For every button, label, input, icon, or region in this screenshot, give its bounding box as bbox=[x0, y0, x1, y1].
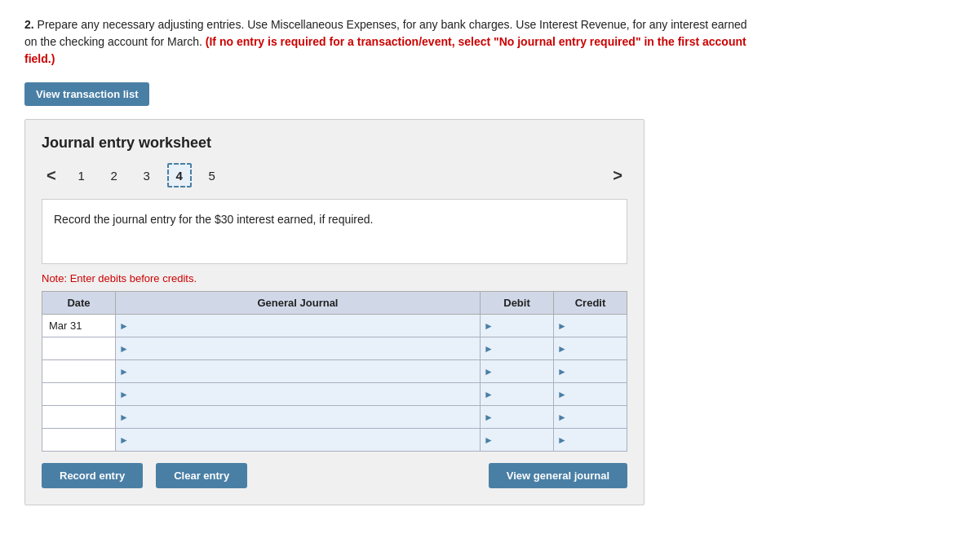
debit-arrow-5: ► bbox=[484, 434, 494, 446]
credit-arrow-5: ► bbox=[557, 434, 567, 446]
gj-cell-2[interactable]: ► bbox=[116, 360, 481, 383]
col-header-credit: Credit bbox=[554, 292, 627, 315]
journal-table: Date General Journal Debit Credit Mar 31… bbox=[42, 291, 627, 452]
debit-arrow-4: ► bbox=[484, 412, 494, 423]
credit-cell-0[interactable]: ► bbox=[554, 315, 627, 337]
debit-cell-4[interactable]: ► bbox=[481, 406, 554, 429]
col-header-date: Date bbox=[42, 292, 116, 315]
record-entry-button[interactable]: Record entry bbox=[42, 463, 143, 488]
debit-arrow-0: ► bbox=[484, 320, 494, 332]
debit-arrow-3: ► bbox=[484, 389, 494, 400]
journal-entry-worksheet: Journal entry worksheet < 1 2 3 4 5 > Re… bbox=[24, 119, 645, 505]
row-arrow-5: ► bbox=[119, 434, 129, 446]
pagination-page-4[interactable]: 4 bbox=[167, 163, 192, 187]
credit-arrow-3: ► bbox=[557, 389, 567, 400]
col-header-debit: Debit bbox=[481, 292, 554, 315]
credit-cell-1[interactable]: ► bbox=[554, 337, 627, 360]
credit-arrow-4: ► bbox=[557, 412, 567, 423]
credit-cell-4[interactable]: ► bbox=[554, 406, 627, 429]
debit-cell-0[interactable]: ► bbox=[481, 315, 554, 337]
credit-arrow-0: ► bbox=[557, 320, 567, 332]
credit-cell-5[interactable]: ► bbox=[554, 429, 627, 452]
instruction-paragraph: 2. Prepare any necessary adjusting entri… bbox=[24, 16, 759, 68]
view-transaction-list-button[interactable]: View transaction list bbox=[24, 82, 149, 106]
date-cell-2 bbox=[42, 360, 116, 383]
pagination-prev-arrow[interactable]: < bbox=[42, 166, 61, 185]
question-text: Record the journal entry for the $30 int… bbox=[54, 213, 373, 226]
pagination-bar: < 1 2 3 4 5 > bbox=[42, 163, 627, 187]
table-row: ► ► ► bbox=[42, 360, 627, 383]
question-box: Record the journal entry for the $30 int… bbox=[42, 199, 627, 264]
row-arrow-4: ► bbox=[119, 412, 129, 423]
table-row: Mar 31 ► ► ► bbox=[42, 315, 627, 337]
clear-entry-button[interactable]: Clear entry bbox=[156, 463, 247, 488]
date-cell-5 bbox=[42, 429, 116, 452]
gj-cell-0[interactable]: ► bbox=[116, 315, 481, 337]
pagination-page-1[interactable]: 1 bbox=[69, 163, 94, 187]
instruction-number: 2. bbox=[24, 18, 34, 31]
debit-cell-1[interactable]: ► bbox=[481, 337, 554, 360]
gj-cell-1[interactable]: ► bbox=[116, 337, 481, 360]
pagination-page-2[interactable]: 2 bbox=[102, 163, 126, 187]
row-arrow-0: ► bbox=[119, 320, 129, 332]
credit-cell-3[interactable]: ► bbox=[554, 383, 627, 406]
date-cell-4 bbox=[42, 406, 116, 429]
debit-cell-2[interactable]: ► bbox=[481, 360, 554, 383]
debit-arrow-1: ► bbox=[484, 343, 494, 355]
gj-cell-3[interactable]: ► bbox=[116, 383, 481, 406]
row-arrow-1: ► bbox=[119, 343, 129, 355]
date-cell-3 bbox=[42, 383, 116, 406]
credit-arrow-1: ► bbox=[557, 343, 567, 355]
table-row: ► ► ► bbox=[42, 337, 627, 360]
debit-arrow-2: ► bbox=[484, 366, 494, 377]
view-general-journal-button[interactable]: View general journal bbox=[489, 463, 627, 488]
pagination-page-3[interactable]: 3 bbox=[135, 163, 159, 187]
table-row: ► ► ► bbox=[42, 429, 627, 452]
credit-cell-2[interactable]: ► bbox=[554, 360, 627, 383]
gj-cell-4[interactable]: ► bbox=[116, 406, 481, 429]
pagination-page-5[interactable]: 5 bbox=[200, 163, 224, 187]
debit-cell-5[interactable]: ► bbox=[481, 429, 554, 452]
date-cell-0: Mar 31 bbox=[42, 315, 116, 337]
action-buttons-row: Record entry Clear entry View general jo… bbox=[42, 463, 627, 488]
row-arrow-2: ► bbox=[119, 366, 129, 377]
worksheet-title: Journal entry worksheet bbox=[42, 134, 627, 152]
table-row: ► ► ► bbox=[42, 406, 627, 429]
row-arrow-3: ► bbox=[119, 389, 129, 400]
table-row: ► ► ► bbox=[42, 383, 627, 406]
col-header-general-journal: General Journal bbox=[116, 292, 481, 315]
date-cell-1 bbox=[42, 337, 116, 360]
note-text: Note: Enter debits before credits. bbox=[42, 272, 627, 284]
credit-arrow-2: ► bbox=[557, 366, 567, 377]
debit-cell-3[interactable]: ► bbox=[481, 383, 554, 406]
pagination-next-arrow[interactable]: > bbox=[608, 166, 627, 185]
gj-cell-5[interactable]: ► bbox=[116, 429, 481, 452]
